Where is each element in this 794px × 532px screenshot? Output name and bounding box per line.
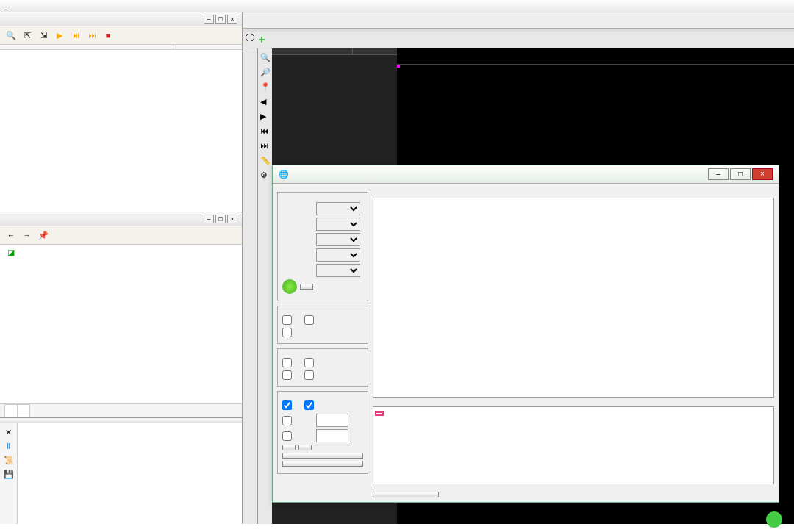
line-status-group: [277, 348, 368, 387]
clear-rx-button[interactable]: [298, 445, 312, 450]
sig-col-value[interactable]: [353, 48, 362, 54]
frame-wrap-checkbox[interactable]: [282, 431, 292, 441]
ring-checkbox: [282, 370, 292, 380]
back-icon[interactable]: ←: [4, 229, 18, 242]
rts-checkbox[interactable]: [282, 328, 292, 337]
wave-cursor[interactable]: [397, 65, 400, 68]
clear-icon[interactable]: ✕: [5, 428, 12, 437]
dlg-max-icon[interactable]: □: [730, 168, 751, 180]
minimize-icon[interactable]: –: [204, 15, 214, 24]
goto-start-icon[interactable]: ⏮: [260, 126, 271, 137]
hex-show-checkbox[interactable]: [304, 400, 314, 410]
pin-icon[interactable]: 📌: [37, 229, 50, 242]
serial-dialog: 🌐 – □ ×: [272, 165, 779, 503]
aux-group: [277, 391, 368, 474]
sig-col-name[interactable]: [272, 48, 353, 54]
stop-icon[interactable]: ■: [101, 29, 115, 42]
save-icon[interactable]: 💾: [4, 470, 14, 479]
hex-send-checkbox[interactable]: [282, 400, 292, 410]
close-port-button[interactable]: [300, 284, 313, 290]
scroll-icon[interactable]: 📜: [4, 456, 14, 465]
hardware-panel-header: – □ ×: [0, 12, 242, 26]
port-select[interactable]: [316, 202, 360, 215]
pause-icon[interactable]: Ⅱ: [7, 442, 10, 451]
parity-select[interactable]: [316, 264, 360, 277]
tx-header: [373, 400, 774, 403]
tab-properties[interactable]: [17, 404, 30, 417]
collapse-icon[interactable]: ⇱: [21, 29, 34, 42]
cts-checkbox: [282, 358, 292, 367]
col-name[interactable]: [0, 45, 176, 49]
tab-general[interactable]: [4, 404, 18, 417]
line-control-group: [277, 306, 368, 344]
run-step-icon[interactable]: ⏯: [69, 29, 82, 42]
tx-textarea[interactable]: [373, 406, 774, 484]
prev-icon[interactable]: ◀: [260, 97, 271, 107]
status-led-icon: [282, 279, 297, 294]
close-icon[interactable]: ×: [227, 215, 237, 223]
props-tabs: [0, 403, 242, 417]
props-body: [0, 260, 242, 403]
app-titlebar: -: [0, 0, 794, 12]
hardware-toolbar: 🔍 ⇱ ⇲ ▶ ⏯ ⏭ ■: [0, 26, 242, 45]
add-icon[interactable]: ＋: [257, 33, 267, 46]
props-header: – □ ×: [0, 212, 242, 226]
databits-select[interactable]: [316, 233, 360, 246]
zoom-out-icon[interactable]: 🔎: [260, 68, 271, 78]
minimize-icon[interactable]: –: [204, 215, 214, 223]
rx-header: [373, 192, 774, 195]
zoom-in-icon[interactable]: 🔍: [260, 53, 271, 63]
baud-select[interactable]: [316, 218, 360, 231]
settings-icon[interactable]: ⚙: [260, 170, 271, 181]
send-button[interactable]: [373, 492, 439, 497]
rx-textarea[interactable]: [373, 198, 774, 398]
run-all-icon[interactable]: ⏭: [85, 29, 99, 42]
maximize-icon[interactable]: □: [215, 215, 226, 223]
dtr-checkbox[interactable]: [282, 315, 292, 325]
dashboard-options[interactable]: [243, 48, 257, 524]
reset-count-button[interactable]: [282, 461, 363, 467]
dlg-close-icon[interactable]: ×: [752, 168, 773, 180]
wechat-icon: [766, 511, 782, 528]
rlsd-checkbox: [304, 370, 314, 380]
dlg-min-icon[interactable]: –: [708, 168, 729, 180]
expand-icon[interactable]: ⇲: [37, 29, 50, 42]
globe-icon: 🌐: [279, 170, 289, 179]
search-icon[interactable]: 🔍: [4, 29, 18, 42]
fake-monitor-button[interactable]: [282, 453, 363, 459]
break-checkbox[interactable]: [304, 315, 314, 325]
zoom-fit-icon[interactable]: ⛶: [246, 33, 254, 46]
col-status[interactable]: [176, 45, 185, 49]
run-start-icon[interactable]: ▶: [53, 29, 66, 42]
chip-icon: ◪: [7, 248, 15, 257]
dsr-checkbox: [304, 358, 314, 367]
tx-value[interactable]: [375, 411, 384, 416]
frame-wrap-input[interactable]: [316, 429, 348, 442]
cont-send-checkbox[interactable]: [282, 416, 292, 425]
maximize-icon[interactable]: □: [215, 15, 226, 24]
stopbits-select[interactable]: [316, 248, 360, 262]
hardware-tree[interactable]: [0, 45, 242, 212]
cont-send-input[interactable]: [316, 414, 348, 427]
next-icon[interactable]: ▶: [260, 112, 271, 122]
goto-end-icon[interactable]: ⏭: [260, 141, 271, 151]
tcl-output[interactable]: [18, 423, 242, 524]
marker-icon[interactable]: 📍: [260, 82, 271, 93]
clear-tx-button[interactable]: [282, 445, 296, 450]
close-icon[interactable]: ×: [227, 15, 237, 24]
tcl-header: [0, 418, 242, 423]
forward-icon[interactable]: →: [21, 229, 34, 242]
serial-config-group: [277, 192, 368, 301]
editor-tabs: [243, 12, 794, 29]
ruler-icon[interactable]: 📏: [260, 156, 271, 166]
watermark: [766, 511, 787, 528]
